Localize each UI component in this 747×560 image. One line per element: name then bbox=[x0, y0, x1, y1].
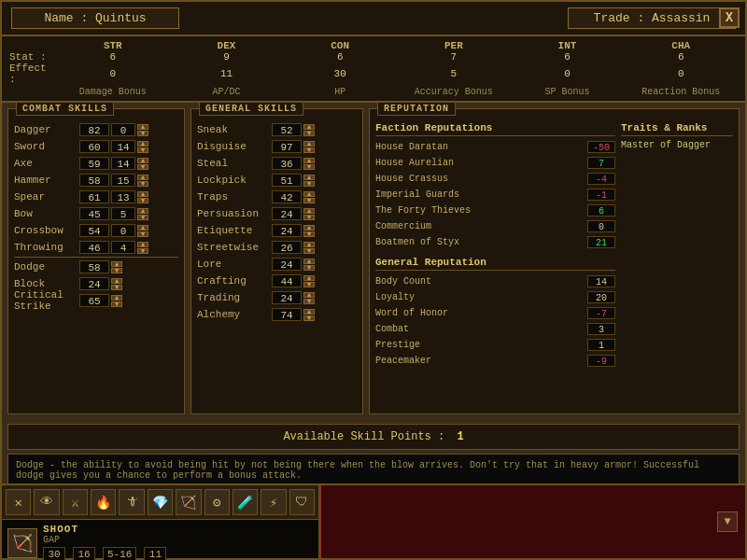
general-rep-row: Word of Honor -7 bbox=[375, 306, 615, 320]
general-skill-row: Disguise 97 ▲ ▼ bbox=[197, 139, 357, 154]
skill-increment-btn[interactable]: ▲ bbox=[137, 158, 148, 163]
stat-row: Stat : 6 9 6 7 6 6 bbox=[9, 51, 738, 63]
skill-value: 44 bbox=[272, 274, 302, 287]
skill-decrement-btn[interactable]: ▼ bbox=[303, 265, 315, 271]
skill-decrement-btn[interactable]: ▼ bbox=[137, 215, 148, 220]
skill-value: 42 bbox=[272, 190, 302, 203]
rep-value: 20 bbox=[587, 291, 615, 303]
skill-decrement-btn[interactable]: ▼ bbox=[303, 282, 315, 287]
general-skill-row: Crafting 44 ▲ ▼ bbox=[197, 273, 357, 288]
skill-decrement-btn[interactable]: ▼ bbox=[137, 231, 148, 237]
skill-increment-btn[interactable]: ▲ bbox=[137, 124, 148, 130]
skill-increment-btn[interactable]: ▲ bbox=[303, 175, 315, 180]
faction-rep-row: Imperial Guards -1 bbox=[375, 188, 615, 202]
skill-decrement-btn[interactable]: ▼ bbox=[111, 301, 122, 307]
cha-header: CHA bbox=[624, 40, 738, 51]
skill-decrement-btn[interactable]: ▼ bbox=[303, 299, 315, 304]
cha-stat: 6 bbox=[624, 51, 738, 63]
toolbar-icon-eye[interactable]: 👁 bbox=[34, 489, 59, 515]
skill-increment-btn[interactable]: ▲ bbox=[111, 295, 122, 301]
skill-increment-btn[interactable]: ▲ bbox=[137, 141, 148, 147]
faction-value: -50 bbox=[587, 141, 615, 153]
skill-buttons: ▲ ▼ bbox=[137, 175, 148, 187]
close-button[interactable]: X bbox=[719, 7, 740, 28]
toolbar-icon-gear[interactable]: ⚙ bbox=[204, 489, 230, 515]
skill-value2: 4 bbox=[111, 241, 135, 254]
skill-name: Throwing bbox=[14, 242, 79, 253]
skill-increment-btn[interactable]: ▲ bbox=[137, 225, 148, 231]
skill-decrement-btn[interactable]: ▼ bbox=[137, 248, 148, 254]
skill-increment-btn[interactable]: ▲ bbox=[303, 141, 315, 147]
skill-increment-btn[interactable]: ▲ bbox=[303, 259, 315, 264]
toolbar-icon-bow[interactable]: 🏹 bbox=[176, 489, 201, 515]
skill-decrement-btn[interactable]: ▼ bbox=[137, 147, 148, 153]
skill-decrement-btn[interactable]: ▼ bbox=[111, 268, 122, 273]
skill-decrement-btn[interactable]: ▼ bbox=[111, 285, 122, 290]
skill-value2: 0 bbox=[111, 123, 135, 136]
skill-increment-btn[interactable]: ▲ bbox=[137, 208, 148, 214]
combat-skills-title: COMBAT SKILLS bbox=[16, 102, 114, 116]
cha-effect: 0 bbox=[624, 68, 738, 79]
skill-decrement-btn[interactable]: ▼ bbox=[137, 181, 148, 187]
skill-decrement-btn[interactable]: ▼ bbox=[303, 147, 315, 153]
skill-increment-btn[interactable]: ▲ bbox=[303, 242, 315, 247]
skill-decrement-btn[interactable]: ▼ bbox=[303, 164, 315, 170]
combat-skill-row: Spear 61 13 ▲ ▼ bbox=[14, 189, 178, 204]
skill-increment-btn[interactable]: ▲ bbox=[137, 191, 148, 197]
stat-label: Stat : bbox=[9, 51, 56, 63]
skill-value2: 15 bbox=[111, 174, 135, 187]
skill-increment-btn[interactable]: ▲ bbox=[303, 124, 315, 130]
skill-increment-btn[interactable]: ▲ bbox=[303, 208, 315, 214]
skill-points-bar: Available Skill Points : 1 bbox=[7, 424, 740, 450]
skill-decrement-btn[interactable]: ▼ bbox=[137, 198, 148, 203]
skill-increment-btn[interactable]: ▲ bbox=[137, 242, 148, 247]
skill-decrement-btn[interactable]: ▼ bbox=[303, 215, 315, 220]
toolbar-icon-close[interactable]: ✕ bbox=[6, 489, 31, 515]
faction-value: 7 bbox=[587, 157, 615, 169]
skill-decrement-btn[interactable]: ▼ bbox=[303, 181, 315, 187]
toolbar-icon-flask[interactable]: 🧪 bbox=[233, 489, 258, 515]
skill-decrement-btn[interactable]: ▼ bbox=[303, 198, 315, 203]
skill-decrement-btn[interactable]: ▼ bbox=[303, 231, 315, 237]
toolbar-icon-gem[interactable]: 💎 bbox=[148, 489, 173, 515]
skill-increment-btn[interactable]: ▲ bbox=[137, 175, 148, 180]
skill-name: Etiquette bbox=[197, 225, 272, 236]
skill-decrement-btn[interactable]: ▼ bbox=[303, 131, 315, 136]
skill-buttons: ▲ ▼ bbox=[137, 141, 148, 153]
skill-increment-btn[interactable]: ▲ bbox=[303, 225, 315, 231]
skill-increment-btn[interactable]: ▲ bbox=[303, 309, 315, 315]
toolbar-icon-shield[interactable]: 🛡 bbox=[289, 489, 315, 515]
skill-buttons: ▲ ▼ bbox=[137, 191, 148, 203]
skill-value2: 13 bbox=[111, 190, 135, 203]
skill-value: 74 bbox=[272, 308, 302, 321]
skill-increment-btn[interactable]: ▲ bbox=[303, 275, 315, 281]
skill-increment-btn[interactable]: ▲ bbox=[303, 191, 315, 197]
skill-value1: 61 bbox=[79, 190, 109, 203]
skill-buttons: ▲ ▼ bbox=[303, 225, 315, 237]
toolbar-icon-bolt[interactable]: ⚡ bbox=[261, 489, 286, 515]
character-trade: Trade : Assassin bbox=[568, 7, 736, 29]
rep-value: -7 bbox=[587, 307, 615, 319]
skill-value: 24 bbox=[272, 207, 302, 220]
general-rep-list: Body Count 14 Loyalty 20 Word of Honor -… bbox=[375, 274, 615, 368]
skill-increment-btn[interactable]: ▲ bbox=[111, 278, 122, 284]
effect-label: Effect : bbox=[9, 63, 56, 85]
per-header: PER bbox=[397, 40, 511, 51]
skill-name: Dagger bbox=[14, 124, 79, 135]
str-effect: 0 bbox=[56, 68, 170, 79]
general-skills-panel: GENERAL SKILLS Sneak 52 ▲ ▼ Disguise 97 … bbox=[190, 108, 363, 414]
skill-decrement-btn[interactable]: ▼ bbox=[303, 315, 315, 321]
toolbar-icon-sword[interactable]: ⚔ bbox=[63, 489, 88, 515]
skill-value: 24 bbox=[272, 291, 302, 304]
skill-buttons: ▲ ▼ bbox=[303, 208, 315, 220]
skill-value1: 59 bbox=[79, 157, 109, 170]
skill-increment-btn[interactable]: ▲ bbox=[303, 292, 315, 298]
scroll-button[interactable]: ▼ bbox=[717, 511, 738, 532]
skill-decrement-btn[interactable]: ▼ bbox=[303, 248, 315, 254]
skill-decrement-btn[interactable]: ▼ bbox=[137, 131, 148, 136]
toolbar-icon-dagger[interactable]: 🗡 bbox=[119, 489, 144, 515]
skill-increment-btn[interactable]: ▲ bbox=[111, 261, 122, 267]
skill-increment-btn[interactable]: ▲ bbox=[303, 158, 315, 163]
skill-decrement-btn[interactable]: ▼ bbox=[137, 164, 148, 170]
toolbar-icon-fire[interactable]: 🔥 bbox=[91, 489, 116, 515]
